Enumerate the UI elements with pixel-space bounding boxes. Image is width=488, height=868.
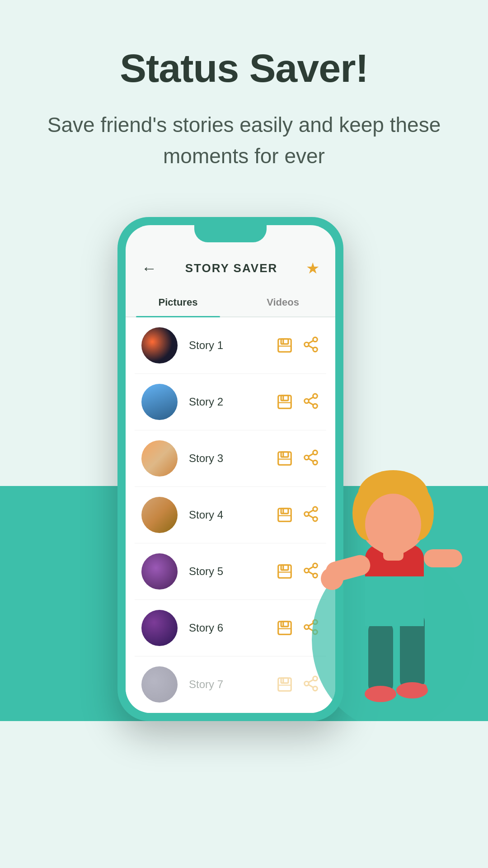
share-button-1[interactable] bbox=[302, 336, 319, 355]
story-name-2: Story 2 bbox=[189, 396, 276, 408]
story-name-6: Story 6 bbox=[189, 622, 276, 634]
save-button-2[interactable] bbox=[276, 393, 293, 410]
story-avatar-7 bbox=[141, 666, 178, 703]
svg-rect-29 bbox=[278, 516, 291, 522]
svg-point-6 bbox=[313, 347, 318, 352]
svg-rect-19 bbox=[281, 452, 288, 457]
save-button-3[interactable] bbox=[276, 450, 293, 467]
tab-pictures[interactable]: Pictures bbox=[126, 288, 230, 316]
svg-line-7 bbox=[309, 345, 314, 348]
phone-header: ← STORY SAVER ★ bbox=[126, 250, 335, 288]
story-name-3: Story 3 bbox=[189, 452, 276, 465]
hero-section: Status Saver! Save friend's stories easi… bbox=[0, 0, 488, 199]
story-avatar-2 bbox=[141, 384, 178, 420]
story-item-4: Story 4 bbox=[135, 487, 326, 543]
svg-rect-64 bbox=[368, 622, 393, 694]
tabs-container: Pictures Videos bbox=[126, 288, 335, 317]
story-name-7: Story 7 bbox=[189, 678, 276, 691]
story-item-2: Story 2 bbox=[135, 374, 326, 430]
story-name-5: Story 5 bbox=[189, 565, 276, 578]
svg-point-5 bbox=[305, 342, 309, 347]
back-button[interactable]: ← bbox=[141, 259, 157, 277]
svg-rect-55 bbox=[281, 678, 288, 683]
save-button-7[interactable] bbox=[276, 676, 293, 693]
svg-rect-82 bbox=[383, 545, 404, 561]
story-avatar-4 bbox=[141, 497, 178, 533]
svg-rect-2 bbox=[278, 346, 291, 352]
svg-rect-27 bbox=[278, 509, 291, 522]
phone-notch bbox=[194, 225, 267, 242]
svg-point-14 bbox=[305, 399, 309, 403]
story-avatar-6 bbox=[141, 610, 178, 646]
story-avatar-3 bbox=[141, 440, 178, 476]
save-button-6[interactable] bbox=[276, 619, 293, 637]
story-name-4: Story 4 bbox=[189, 509, 276, 521]
svg-point-74 bbox=[321, 567, 343, 590]
svg-rect-46 bbox=[281, 622, 288, 627]
story-name-1: Story 1 bbox=[189, 339, 276, 352]
save-button-1[interactable] bbox=[276, 337, 293, 354]
svg-rect-75 bbox=[424, 549, 462, 567]
svg-rect-9 bbox=[278, 396, 291, 409]
story-avatar-1 bbox=[141, 327, 178, 363]
hero-title: Status Saver! bbox=[36, 45, 452, 91]
save-button-4[interactable] bbox=[276, 506, 293, 524]
svg-line-17 bbox=[309, 397, 314, 400]
tab-videos[interactable]: Videos bbox=[230, 288, 335, 316]
svg-point-13 bbox=[313, 394, 318, 398]
hero-subtitle: Save friend's stories easily and keep th… bbox=[36, 109, 452, 172]
svg-rect-10 bbox=[281, 396, 288, 401]
favorite-star-icon[interactable]: ★ bbox=[306, 259, 319, 277]
phone-app-title: STORY SAVER bbox=[185, 261, 278, 275]
svg-rect-69 bbox=[370, 687, 392, 696]
svg-rect-45 bbox=[278, 622, 291, 635]
svg-rect-36 bbox=[278, 565, 291, 578]
story-item-6: Story 6 bbox=[135, 600, 326, 656]
svg-rect-1 bbox=[281, 339, 288, 344]
svg-rect-37 bbox=[281, 565, 288, 570]
character-illustration bbox=[298, 405, 488, 721]
svg-rect-0 bbox=[278, 339, 291, 352]
story-item-7: Story 7 bbox=[135, 656, 326, 713]
svg-line-8 bbox=[309, 340, 314, 343]
svg-rect-38 bbox=[278, 572, 291, 578]
phone-illustration-wrapper: ← STORY SAVER ★ Pictures Videos Story 1 bbox=[0, 217, 488, 721]
svg-rect-18 bbox=[278, 452, 291, 465]
svg-rect-54 bbox=[278, 678, 291, 691]
svg-rect-28 bbox=[281, 509, 288, 514]
svg-rect-11 bbox=[278, 403, 291, 409]
story-item-1: Story 1 bbox=[135, 317, 326, 374]
story-avatar-5 bbox=[141, 553, 178, 590]
save-button-5[interactable] bbox=[276, 563, 293, 580]
svg-rect-47 bbox=[278, 629, 291, 635]
svg-rect-68 bbox=[404, 684, 427, 693]
svg-rect-56 bbox=[278, 685, 291, 691]
svg-rect-20 bbox=[278, 459, 291, 465]
svg-point-4 bbox=[313, 337, 318, 342]
story-item-3: Story 3 bbox=[135, 430, 326, 487]
svg-rect-72 bbox=[365, 576, 424, 626]
story-actions-1 bbox=[276, 336, 319, 355]
story-item-5: Story 5 bbox=[135, 543, 326, 600]
